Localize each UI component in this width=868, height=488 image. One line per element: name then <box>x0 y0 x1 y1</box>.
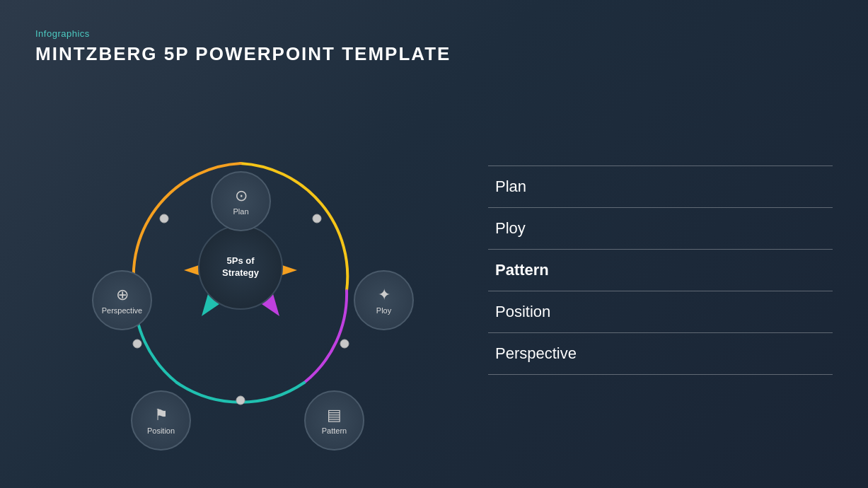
pattern-icon: ▤ <box>327 406 342 424</box>
node-position: ⚑ Position <box>131 390 191 451</box>
page-title: MINTZBERG 5P POWERPOINT TEMPLATE <box>35 43 833 65</box>
center-circle: 5Ps of Strategy <box>198 225 283 310</box>
plan-icon: ⊙ <box>235 187 248 205</box>
svg-point-3 <box>133 339 141 348</box>
list-item-position: Position <box>488 291 833 332</box>
list-label-ploy: Ploy <box>495 219 526 237</box>
position-label: Position <box>147 426 175 435</box>
content-area: 5Ps of Strategy ⊙ Plan ✦ Ploy ▤ Pattern … <box>0 79 868 447</box>
diagram-area: 5Ps of Strategy ⊙ Plan ✦ Ploy ▤ Pattern … <box>35 79 446 447</box>
category-label: Infographics <box>35 28 833 39</box>
list-label-plan: Plan <box>495 178 526 195</box>
list-label-perspective: Perspective <box>495 344 577 362</box>
list-label-position: Position <box>495 303 550 320</box>
svg-point-4 <box>160 214 168 223</box>
svg-point-0 <box>313 214 321 223</box>
svg-point-1 <box>340 339 349 348</box>
list-label-pattern: Pattern <box>495 261 549 279</box>
list-item-plan: Plan <box>488 165 833 207</box>
center-label: 5Ps of Strategy <box>222 255 259 279</box>
plan-label: Plan <box>233 207 248 216</box>
list-item-perspective: Perspective <box>488 332 833 375</box>
header: Infographics MINTZBERG 5P POWERPOINT TEM… <box>0 0 868 72</box>
ploy-label: Ploy <box>376 306 391 315</box>
perspective-icon: ⊕ <box>116 286 129 304</box>
node-pattern: ▤ Pattern <box>304 390 364 451</box>
right-panel: Plan Ploy Pattern Position Perspective <box>488 79 833 447</box>
node-ploy: ✦ Ploy <box>354 270 414 330</box>
ploy-icon: ✦ <box>378 286 390 304</box>
svg-point-2 <box>236 396 245 405</box>
perspective-label: Perspective <box>102 306 142 315</box>
node-plan: ⊙ Plan <box>211 171 271 231</box>
list-item-pattern: Pattern <box>488 249 833 291</box>
position-icon: ⚑ <box>154 406 168 424</box>
pattern-label: Pattern <box>322 426 347 435</box>
node-perspective: ⊕ Perspective <box>92 270 152 330</box>
list-item-ploy: Ploy <box>488 207 833 249</box>
